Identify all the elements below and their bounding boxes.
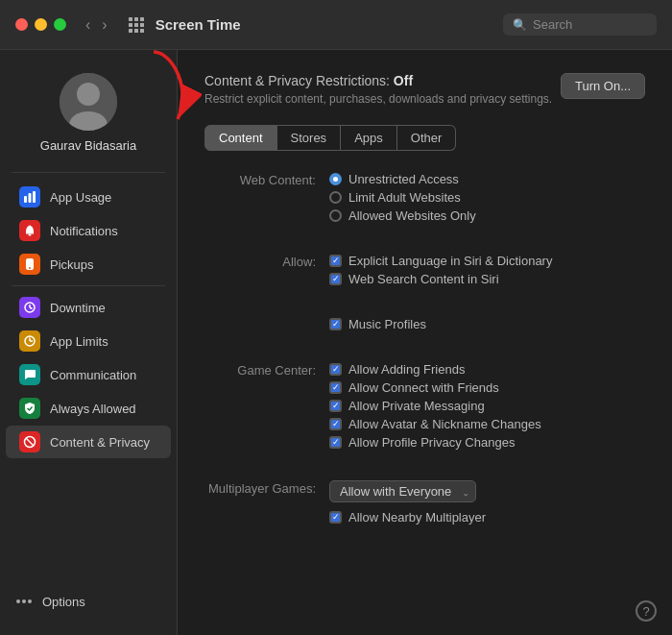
game-center-options: ✓ Allow Adding Friends ✓ Allow Connect w… xyxy=(329,362,541,450)
check-music-profiles-label: Music Profiles xyxy=(348,317,426,331)
radio-unrestricted[interactable]: Unrestricted Access xyxy=(329,172,476,186)
check-avatar-changes-box: ✓ xyxy=(329,418,342,430)
sidebar-item-label: Communication xyxy=(50,368,136,382)
check-profile-privacy[interactable]: ✓ Allow Profile Privacy Changes xyxy=(329,435,541,450)
forward-button[interactable]: › xyxy=(98,14,110,36)
check-adding-friends[interactable]: ✓ Allow Adding Friends xyxy=(329,362,541,377)
check-connect-friends[interactable]: ✓ Allow Connect with Friends xyxy=(329,380,541,395)
sidebar-item-label: Content & Privacy xyxy=(50,435,150,450)
sidebar-item-pickups[interactable]: Pickups xyxy=(6,248,171,281)
music-options: ✓ Music Profiles xyxy=(329,317,426,331)
minimize-button[interactable] xyxy=(35,18,47,31)
svg-point-1 xyxy=(77,83,100,106)
svg-line-11 xyxy=(30,307,33,309)
always-allowed-icon xyxy=(19,398,40,419)
radio-unrestricted-circle xyxy=(329,173,342,185)
user-section: Gaurav Bidasaria xyxy=(0,65,177,168)
multiplayer-dropdown[interactable]: Allow with Everyone Friends Only Off xyxy=(329,480,476,502)
content-header: Content & Privacy Restrictions: Off Rest… xyxy=(204,73,645,106)
section-gap-2 xyxy=(204,304,645,315)
tab-content[interactable]: Content xyxy=(204,125,277,151)
check-profile-privacy-box: ✓ xyxy=(329,436,342,449)
section-gap-4 xyxy=(204,467,645,478)
tab-apps[interactable]: Apps xyxy=(341,125,397,151)
multiplayer-dropdown-wrapper: Allow with Everyone Friends Only Off xyxy=(329,480,476,502)
radio-unrestricted-label: Unrestricted Access xyxy=(348,172,459,186)
back-button[interactable]: ‹ xyxy=(82,14,94,36)
check-adding-friends-box: ✓ xyxy=(329,363,342,376)
check-adding-friends-label: Allow Adding Friends xyxy=(348,362,465,377)
music-section: ✓ Music Profiles xyxy=(204,315,645,333)
web-content-options: Unrestricted Access Limit Adult Websites… xyxy=(329,172,476,223)
sidebar-item-communication[interactable]: Communication xyxy=(6,358,171,391)
check-web-search-siri-box: ✓ xyxy=(329,273,342,285)
header-subtitle: Restrict explicit content, purchases, do… xyxy=(204,92,552,106)
sidebar-item-downtime[interactable]: Downtime xyxy=(6,291,171,324)
sidebar-item-label: Notifications xyxy=(50,224,118,238)
username-label: Gaurav Bidasaria xyxy=(40,138,136,153)
header-title: Content & Privacy Restrictions: Off xyxy=(204,73,552,88)
sidebar: Gaurav Bidasaria App Usage xyxy=(0,50,178,635)
game-center-section: Game Center: ✓ Allow Adding Friends ✓ Al… xyxy=(204,360,645,452)
sidebar-item-notifications[interactable]: Notifications xyxy=(6,214,171,247)
section-gap-1 xyxy=(204,240,645,252)
check-siri-language[interactable]: ✓ Explicit Language in Siri & Dictionary xyxy=(329,254,552,268)
turn-on-button[interactable]: Turn On... xyxy=(561,73,645,99)
web-content-row: Web Content: Unrestricted Access Limit A… xyxy=(204,170,645,225)
notifications-icon xyxy=(19,220,40,241)
game-center-label: Game Center: xyxy=(204,362,329,378)
window-title: Screen Time xyxy=(156,16,492,33)
sidebar-divider xyxy=(12,172,165,173)
header-title-prefix: Content & Privacy Restrictions: xyxy=(204,73,390,88)
downtime-icon xyxy=(19,297,40,318)
svg-rect-3 xyxy=(24,196,27,203)
check-connect-friends-label: Allow Connect with Friends xyxy=(348,380,499,395)
sidebar-item-label: Pickups xyxy=(50,257,94,272)
check-private-messaging-box: ✓ xyxy=(329,400,342,412)
sidebar-item-content-privacy[interactable]: Content & Privacy xyxy=(6,426,171,458)
music-label xyxy=(204,317,329,318)
tab-stores[interactable]: Stores xyxy=(277,125,342,151)
sidebar-item-label: App Limits xyxy=(50,334,108,349)
sidebar-item-app-usage[interactable]: App Usage xyxy=(6,181,171,213)
radio-allowed-only[interactable]: Allowed Websites Only xyxy=(329,208,476,223)
music-row: ✓ Music Profiles xyxy=(204,315,645,333)
sidebar-item-label: Always Allowed xyxy=(50,402,136,416)
pickups-icon xyxy=(19,254,40,275)
check-music-profiles[interactable]: ✓ Music Profiles xyxy=(329,317,426,331)
tabs-row: Content Stores Apps Other xyxy=(204,125,645,151)
tab-other[interactable]: Other xyxy=(397,125,457,151)
radio-limit-adult-circle xyxy=(329,191,342,204)
svg-point-8 xyxy=(29,267,31,269)
radio-limit-adult[interactable]: Limit Adult Websites xyxy=(329,190,476,205)
check-avatar-changes[interactable]: ✓ Allow Avatar & Nickname Changes xyxy=(329,417,541,431)
main-layout: Gaurav Bidasaria App Usage xyxy=(0,50,672,635)
allow-label: Allow: xyxy=(204,254,329,269)
check-private-messaging[interactable]: ✓ Allow Private Messaging xyxy=(329,399,541,413)
close-button[interactable] xyxy=(15,18,28,31)
check-siri-language-label: Explicit Language in Siri & Dictionary xyxy=(348,254,552,268)
maximize-button[interactable] xyxy=(54,18,66,31)
allow-row: Allow: ✓ Explicit Language in Siri & Dic… xyxy=(204,252,645,288)
svg-rect-5 xyxy=(33,191,36,203)
content-privacy-icon xyxy=(19,431,40,452)
check-nearby-multiplayer-label: Allow Nearby Multiplayer xyxy=(348,510,486,525)
grid-icon[interactable] xyxy=(129,17,144,33)
nav-buttons: ‹ › xyxy=(82,14,111,36)
allow-section: Allow: ✓ Explicit Language in Siri & Dic… xyxy=(204,252,645,288)
allow-options: ✓ Explicit Language in Siri & Dictionary… xyxy=(329,254,552,286)
help-button[interactable]: ? xyxy=(636,600,657,622)
sidebar-options[interactable]: Options xyxy=(0,583,177,620)
multiplayer-dropdown-row: Allow with Everyone Friends Only Off xyxy=(329,480,486,502)
check-nearby-multiplayer[interactable]: ✓ Allow Nearby Multiplayer xyxy=(329,510,486,525)
svg-line-16 xyxy=(26,438,34,446)
options-icon xyxy=(13,591,35,612)
sidebar-item-app-limits[interactable]: App Limits xyxy=(6,325,171,357)
check-music-profiles-box: ✓ xyxy=(329,318,342,330)
check-connect-friends-box: ✓ xyxy=(329,381,342,394)
sidebar-item-always-allowed[interactable]: Always Allowed xyxy=(6,392,171,425)
check-private-messaging-label: Allow Private Messaging xyxy=(348,399,485,413)
radio-limit-adult-label: Limit Adult Websites xyxy=(348,190,461,205)
check-web-search-siri[interactable]: ✓ Web Search Content in Siri xyxy=(329,272,552,286)
search-bar[interactable]: 🔍 Search xyxy=(503,13,657,36)
